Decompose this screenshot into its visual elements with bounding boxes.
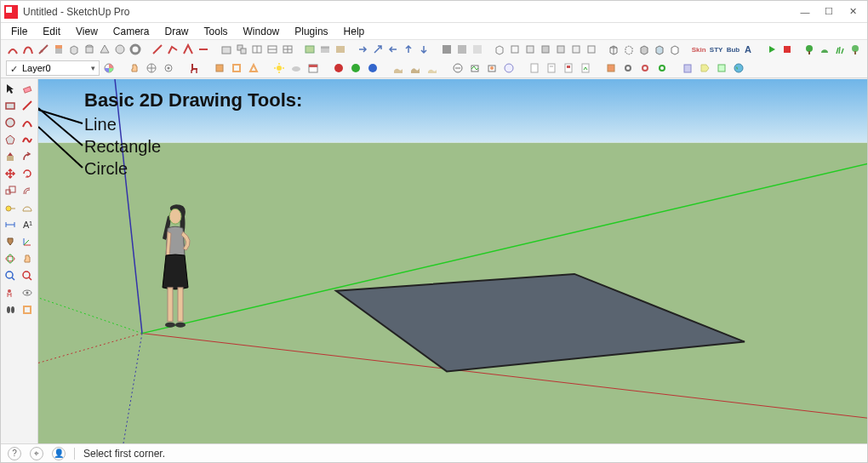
tool-gear-icon[interactable] <box>620 60 636 76</box>
tool-tag-icon[interactable] <box>697 60 712 76</box>
zoom-tool-icon[interactable] <box>3 268 18 283</box>
tool-tree-icon[interactable] <box>802 42 816 57</box>
tool-section-icon[interactable] <box>212 60 227 76</box>
maximize-button[interactable]: ☐ <box>818 4 840 20</box>
tool-ball-blue-icon[interactable] <box>365 60 380 76</box>
tool-section-display-icon[interactable] <box>229 60 244 76</box>
tool-book-icon[interactable] <box>680 60 695 76</box>
text-tool-icon[interactable]: A¹ <box>20 217 35 232</box>
tool-page-4-icon[interactable] <box>578 60 593 76</box>
tool-line-2-icon[interactable] <box>166 42 180 57</box>
orbit-tool-icon[interactable] <box>3 251 18 266</box>
tool-sand-icon[interactable] <box>391 60 406 76</box>
tool-globe-icon[interactable] <box>731 60 746 76</box>
tool-view-iso-icon[interactable] <box>493 42 506 57</box>
menu-help[interactable]: Help <box>337 25 372 38</box>
tool-window-c-icon[interactable] <box>281 42 294 57</box>
minimize-button[interactable]: — <box>794 4 816 20</box>
menu-camera[interactable]: Camera <box>106 25 157 38</box>
rotate-tool-icon[interactable] <box>20 166 35 181</box>
tool-chair-icon[interactable] <box>186 60 202 76</box>
tape-tool-icon[interactable] <box>3 200 18 215</box>
menu-edit[interactable]: Edit <box>36 25 67 38</box>
menu-window[interactable]: Window <box>237 25 287 38</box>
tool-badge-skin-icon[interactable]: Skin <box>691 42 707 57</box>
scale-tool-icon[interactable] <box>3 183 18 198</box>
tool-window-a-icon[interactable] <box>250 42 264 57</box>
tool-line-1-icon[interactable] <box>151 42 164 57</box>
tool-hand-icon[interactable] <box>127 60 142 76</box>
tool-misc-2-icon[interactable] <box>467 60 483 76</box>
tool-export-icon[interactable] <box>714 60 729 76</box>
tool-arrow-4-icon[interactable] <box>402 42 415 57</box>
tool-component-icon[interactable] <box>220 42 233 57</box>
tool-view-bottom-icon[interactable] <box>585 42 598 57</box>
tool-ball-red-icon[interactable] <box>331 60 346 76</box>
tool-target-icon[interactable] <box>161 60 176 76</box>
section-tool-icon[interactable] <box>20 302 35 317</box>
user-icon[interactable]: 👤 <box>52 447 66 460</box>
tool-style-shade-icon[interactable] <box>637 42 651 57</box>
tool-line-4-icon[interactable] <box>197 42 210 57</box>
tool-box-icon[interactable] <box>67 42 81 57</box>
tool-misc-4-icon[interactable] <box>501 60 517 76</box>
tool-shade-1-icon[interactable] <box>440 42 454 57</box>
tool-section-plane-icon[interactable] <box>246 60 261 76</box>
tool-gear-3-icon[interactable] <box>654 60 670 76</box>
tool-badge-bub-icon[interactable]: Bub <box>726 42 741 57</box>
tool-view-back-icon[interactable] <box>554 42 568 57</box>
tool-bush-icon[interactable] <box>818 42 831 57</box>
tool-stop-icon[interactable] <box>780 42 794 57</box>
dimension-tool-icon[interactable] <box>3 217 18 232</box>
tool-misc-3-icon[interactable] <box>484 60 500 76</box>
tool-gear-2-icon[interactable] <box>637 60 653 76</box>
tool-palm-icon[interactable] <box>848 42 862 57</box>
menu-plugins[interactable]: Plugins <box>288 25 334 38</box>
geo-icon[interactable]: ⌖ <box>30 447 43 460</box>
tool-sand-3-icon[interactable] <box>425 60 440 76</box>
tool-shade-3-icon[interactable] <box>471 42 484 57</box>
move-tool-icon[interactable] <box>3 166 18 181</box>
close-button[interactable]: ✕ <box>842 4 864 20</box>
tool-view-right-icon[interactable] <box>539 42 552 57</box>
followme-tool-icon[interactable] <box>20 149 35 164</box>
menu-tools[interactable]: Tools <box>197 25 235 38</box>
tool-cylinder-icon[interactable] <box>83 42 96 57</box>
tool-ball-green-icon[interactable] <box>348 60 363 76</box>
tool-badge-sty-icon[interactable]: STY <box>709 42 724 57</box>
zoom-extents-tool-icon[interactable] <box>20 268 35 283</box>
look-around-tool-icon[interactable] <box>20 285 35 300</box>
tool-view-left-icon[interactable] <box>569 42 583 57</box>
tool-sphere-icon[interactable] <box>113 42 127 57</box>
layer-selector[interactable]: Layer0 ▾ <box>6 60 100 76</box>
rectangle-tool-icon[interactable] <box>3 98 18 113</box>
walk-tool-icon[interactable] <box>3 302 18 317</box>
tool-view-front-icon[interactable] <box>523 42 537 57</box>
menu-file[interactable]: File <box>4 25 34 38</box>
tool-view-top-icon[interactable] <box>508 42 522 57</box>
tool-sand-2-icon[interactable] <box>408 60 423 76</box>
tool-style-tex-icon[interactable] <box>653 42 666 57</box>
tool-window-b-icon[interactable] <box>266 42 279 57</box>
tool-compass-icon[interactable] <box>144 60 159 76</box>
tool-page-2-icon[interactable] <box>544 60 559 76</box>
tool-shade-2-icon[interactable] <box>455 42 469 57</box>
tool-sun-icon[interactable] <box>271 60 287 76</box>
paint-tool-icon[interactable] <box>3 234 18 249</box>
tool-style-hidden-icon[interactable] <box>622 42 636 57</box>
polygon-tool-icon[interactable] <box>3 132 18 147</box>
select-tool-icon[interactable] <box>3 81 18 96</box>
tool-extrude-icon[interactable] <box>52 42 66 57</box>
position-camera-tool-icon[interactable] <box>3 285 18 300</box>
tool-bezier-icon[interactable] <box>21 42 35 57</box>
freehand-tool-icon[interactable] <box>20 132 35 147</box>
tool-texture-b-icon[interactable] <box>318 42 332 57</box>
tool-style-mono-icon[interactable] <box>668 42 682 57</box>
tool-fog-icon[interactable] <box>288 60 304 76</box>
tool-torus-icon[interactable] <box>128 42 142 57</box>
tool-page-3-icon[interactable] <box>561 60 576 76</box>
tool-style-wire-icon[interactable] <box>607 42 620 57</box>
viewport[interactable]: Basic 2D Drawing Tools: Line Rectangle C… <box>38 79 867 443</box>
tool-puzzle-icon[interactable] <box>603 60 619 76</box>
tool-arrow-1-icon[interactable] <box>356 42 369 57</box>
